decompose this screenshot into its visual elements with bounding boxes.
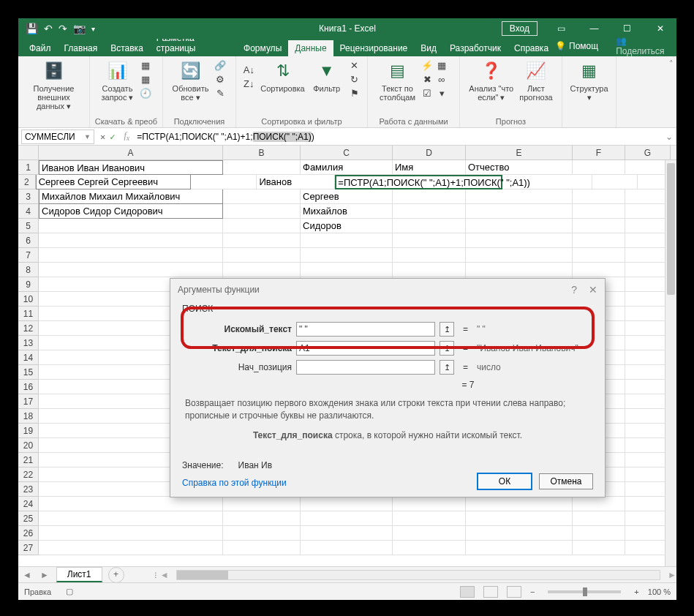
formula-input[interactable]: =ПСТР(A1;ПОИСК(" ";A1)+1;ПОИСК(" ";A1)) — [134, 130, 662, 143]
ribbon-options-icon[interactable]: ▭ — [545, 18, 578, 39]
cancel-formula-icon[interactable]: ✕ — [100, 132, 105, 142]
zoom-out-icon[interactable]: − — [530, 587, 535, 596]
tab-help[interactable]: Справка — [508, 40, 555, 56]
zoom-level[interactable]: 100 % — [648, 587, 671, 596]
cell-B6[interactable] — [223, 233, 301, 248]
cell-B1[interactable] — [223, 160, 301, 175]
cell-B4[interactable] — [223, 204, 301, 219]
arg1-input[interactable]: " " — [296, 322, 435, 337]
name-box[interactable]: СУММЕСЛИ▼ — [21, 129, 94, 144]
cell-C27[interactable] — [301, 541, 393, 555]
row-header[interactable]: 14 — [18, 350, 39, 365]
cell-A3[interactable]: Михайлов Михаил Михайлович — [39, 189, 223, 204]
collapse-ribbon-icon[interactable]: ˄ — [666, 56, 676, 127]
cell-A7[interactable] — [39, 248, 223, 263]
refresh-all-button[interactable]: 🔄 Обновить все ▾ — [173, 59, 209, 102]
cell-G18[interactable] — [625, 409, 671, 424]
cell-E4[interactable] — [466, 204, 573, 219]
cell-G11[interactable] — [625, 307, 671, 321]
cell-C4[interactable]: Михайлов — [301, 204, 393, 219]
row-header[interactable]: 18 — [18, 409, 39, 424]
cell-G8[interactable] — [625, 263, 671, 277]
cell-C5[interactable]: Сидоров — [301, 219, 393, 233]
arg3-ref-button[interactable]: ↥ — [440, 360, 454, 375]
cell-D5[interactable] — [393, 219, 466, 233]
cell-F24[interactable] — [573, 497, 625, 511]
cell-E27[interactable] — [466, 541, 573, 555]
clear-filter-icon[interactable]: ✕ — [349, 59, 361, 71]
cell-A5[interactable] — [39, 219, 223, 233]
redo-icon[interactable]: ↷ — [59, 23, 67, 34]
cell-D26[interactable] — [393, 526, 466, 541]
row-header[interactable]: 26 — [18, 526, 39, 541]
new-query-button[interactable]: 📊 Создать запрос ▾ — [102, 59, 134, 102]
cell-E1[interactable]: Отчество — [466, 160, 573, 175]
cell-D24[interactable] — [393, 497, 466, 511]
cell-A1[interactable]: Иванов Иван Иванович — [39, 160, 223, 175]
cell-E7[interactable] — [466, 248, 573, 263]
col-header-E[interactable]: E — [466, 146, 573, 159]
cell-C24[interactable] — [301, 497, 393, 511]
cell-D25[interactable] — [393, 511, 466, 526]
cell-F6[interactable] — [573, 233, 625, 248]
cell-D27[interactable] — [393, 541, 466, 555]
cell-G17[interactable] — [625, 394, 671, 409]
cell-F8[interactable] — [573, 263, 625, 277]
pagelayout-view-icon[interactable] — [483, 586, 498, 598]
cell-F26[interactable] — [573, 526, 625, 541]
recent-sources-icon[interactable]: 🕘 — [140, 87, 151, 99]
cell-F1[interactable] — [573, 160, 625, 175]
new-sheet-button[interactable]: + — [108, 567, 124, 583]
cell-G16[interactable] — [625, 380, 671, 394]
row-header[interactable]: 4 — [18, 204, 39, 219]
cell-B2[interactable] — [191, 175, 257, 189]
col-header-A[interactable]: A — [39, 146, 223, 159]
cell-G21[interactable] — [625, 453, 671, 467]
properties-icon[interactable]: ⚙ — [214, 73, 226, 85]
select-all-corner[interactable] — [18, 146, 39, 159]
row-header[interactable]: 1 — [18, 160, 39, 175]
cell-B25[interactable] — [223, 511, 301, 526]
manage-model-icon[interactable]: ▾ — [436, 87, 448, 99]
chevron-down-icon[interactable]: ▼ — [84, 133, 91, 140]
cell-B26[interactable] — [223, 526, 301, 541]
tab-insert[interactable]: Вставка — [104, 40, 150, 56]
cell-C1[interactable]: Фамилия — [301, 160, 393, 175]
zoom-in-icon[interactable]: + — [634, 587, 638, 596]
col-header-F[interactable]: F — [573, 146, 625, 159]
row-header[interactable]: 11 — [18, 307, 39, 321]
cancel-button[interactable]: Отмена — [539, 473, 593, 489]
row-header[interactable]: 13 — [18, 336, 39, 350]
macro-record-icon[interactable]: ▢ — [66, 587, 73, 596]
cell-G15[interactable] — [625, 365, 671, 380]
cell-G12[interactable] — [625, 321, 671, 336]
cell-B3[interactable] — [223, 189, 301, 204]
row-header[interactable]: 8 — [18, 263, 39, 277]
tab-nav-next[interactable]: ► — [36, 570, 53, 580]
dialog-help-icon[interactable]: ? — [571, 284, 577, 296]
cell-G1[interactable] — [625, 160, 671, 175]
cell-E24[interactable] — [466, 497, 573, 511]
tab-file[interactable]: Файл — [23, 40, 58, 56]
cell-C6[interactable] — [301, 233, 393, 248]
cell-G24[interactable] — [625, 497, 671, 511]
cell-E8[interactable] — [466, 263, 573, 277]
row-header[interactable]: 20 — [18, 438, 39, 453]
show-queries-icon[interactable]: ▦ — [140, 59, 151, 71]
cell-G10[interactable] — [625, 292, 671, 307]
cell-G3[interactable] — [625, 189, 671, 204]
qat-dropdown-icon[interactable]: ▾ — [91, 25, 95, 33]
cell-A8[interactable] — [39, 263, 223, 277]
minimize-button[interactable]: — — [578, 18, 611, 39]
cell-F4[interactable] — [573, 204, 625, 219]
cell-G9[interactable] — [625, 277, 671, 292]
tab-home[interactable]: Главная — [58, 40, 105, 56]
consolidate-icon[interactable]: ▦ — [436, 59, 448, 71]
normal-view-icon[interactable] — [460, 586, 475, 598]
cell-C2[interactable]: Иванов — [257, 175, 335, 189]
cell-G26[interactable] — [625, 526, 671, 541]
signin-button[interactable]: Вход — [502, 21, 538, 36]
tab-developer[interactable]: Разработчик — [443, 40, 508, 56]
share-button[interactable]: 👥 Поделиться — [616, 36, 669, 56]
row-header[interactable]: 21 — [18, 453, 39, 467]
